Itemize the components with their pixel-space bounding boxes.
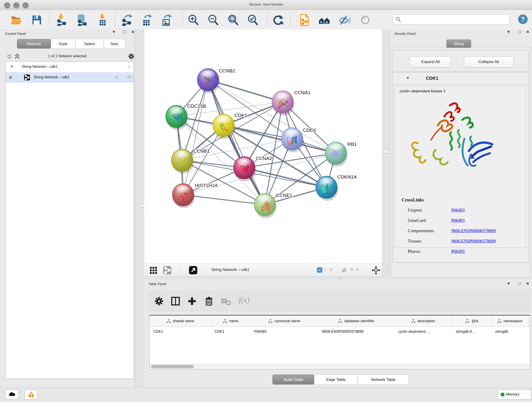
network-node-rb1[interactable]: RB1 [325, 141, 357, 167]
delete-column-icon[interactable] [204, 296, 214, 306]
tab-network[interactable]: Network [17, 39, 51, 49]
scrollbar-thumb[interactable] [151, 365, 194, 368]
tab-network-table[interactable]: Network Table [358, 375, 409, 385]
create-column-icon[interactable] [187, 296, 197, 306]
crosslink-link[interactable]: 9606.ENSP00000378699 [451, 239, 496, 244]
collection-expand-icon[interactable]: ▼ [10, 65, 13, 68]
zoom-selected-icon[interactable] [247, 14, 259, 26]
table-cell[interactable]: CDK1 [211, 327, 250, 337]
zoom-fit-icon[interactable] [227, 14, 239, 26]
import-network-icon[interactable] [56, 14, 67, 26]
grid-view-icon[interactable] [150, 267, 157, 274]
network-node-ccnb1[interactable]: CCNB1 [171, 148, 210, 174]
network-edge[interactable] [244, 168, 326, 187]
network-node-ccna1[interactable]: CCNA1 [272, 90, 310, 115]
search-input[interactable] [403, 16, 507, 23]
open-session-icon[interactable] [10, 14, 22, 26]
protein-section-header[interactable]: ▼ CDK1 [393, 73, 529, 85]
collapse-all-button[interactable]: Collapse All [464, 57, 513, 68]
network-node-ccnb2[interactable]: CCNB2 [197, 68, 235, 93]
refresh-layout-icon[interactable] [272, 14, 284, 26]
warning-button[interactable] [25, 389, 38, 400]
network-node-cdkn1a[interactable]: CDKN1A [316, 174, 357, 201]
right-splitter-handle[interactable] [384, 151, 388, 156]
show-columns-icon[interactable] [171, 296, 181, 306]
birdseye-view-icon[interactable] [189, 266, 197, 274]
crosslink-link[interactable]: P06493 [451, 249, 465, 254]
tab-node-table[interactable]: Node Table [272, 375, 314, 385]
table-panel-float-icon[interactable]: □ [518, 281, 520, 286]
expand-all-button[interactable]: Expand All [410, 57, 451, 68]
network-collection-row[interactable]: ▼ String Network – cdk1 1 [6, 62, 133, 72]
network-node-ccne1[interactable]: CCNE1 [254, 192, 292, 218]
column-header-canonical-name[interactable]: canonical name [250, 316, 318, 327]
hide-selected-icon[interactable] [339, 14, 351, 26]
export-image-icon[interactable] [160, 14, 172, 26]
section-collapse-icon[interactable]: ▼ [406, 76, 409, 80]
table-cell[interactable]: 9606.ENSP00000378699 [318, 327, 394, 337]
table-panel-menu-icon[interactable]: ▾ [507, 281, 510, 286]
table-gear-icon[interactable] [154, 296, 164, 306]
table-horizontal-scrollbar[interactable] [150, 364, 530, 369]
hidden-eye-icon[interactable] [341, 267, 348, 273]
column-header-name[interactable]: name [211, 316, 250, 327]
control-panel-menu-icon[interactable]: ▾ [113, 29, 115, 34]
toolbar-separator [49, 12, 50, 27]
table-panel-close-icon[interactable]: × [526, 281, 529, 286]
network-graph[interactable]: CCNB2CCNA1CDC25BCDK1CDC6RB1CCNB1CCNA2CDK… [144, 29, 382, 264]
protein-name: CDK1 [426, 76, 438, 81]
control-panel-float-icon[interactable]: □ [123, 29, 126, 34]
network-view-icon[interactable] [163, 266, 171, 274]
column-header-shared-name[interactable]: shared name [150, 316, 211, 327]
network-node-cdc6[interactable]: CDC6 [281, 128, 316, 153]
table-cell[interactable]: stringdb [491, 327, 528, 337]
help-icon[interactable]: ? [518, 14, 528, 24]
home-icon[interactable] [318, 14, 330, 26]
zoom-out-icon[interactable] [207, 14, 219, 26]
export-network-icon[interactable] [121, 14, 133, 26]
table-cell[interactable]: cyclin-dependent ... [394, 327, 452, 337]
network-node-ccna2[interactable]: CCNA2 [234, 156, 272, 181]
column-header-description[interactable]: description [394, 316, 452, 327]
crosslink-link[interactable]: 9606.ENSP00000378699 [451, 228, 496, 233]
toolbar-separator [114, 12, 115, 27]
show-all-icon[interactable] [359, 14, 371, 26]
results-panel-menu-icon[interactable]: ▾ [507, 29, 510, 34]
selected-checkbox[interactable]: ✓ [317, 267, 322, 273]
column-header--id[interactable]: @id [452, 316, 491, 327]
tab-sets[interactable]: Sets [104, 39, 125, 49]
tab-style[interactable]: Style [51, 39, 75, 49]
crosslink-link[interactable]: P06493 [451, 218, 465, 223]
share-document-icon[interactable] [298, 14, 310, 26]
import-table-icon[interactable] [97, 14, 109, 26]
table-cell[interactable]: P06493 [250, 327, 318, 337]
column-header-namespace[interactable]: namespace [491, 316, 528, 327]
table-cell[interactable]: CDK1 [150, 327, 211, 337]
crosslink-link[interactable]: P06493 [451, 208, 465, 213]
network-view-canvas[interactable]: CCNB2CCNA1CDC25BCDK1CDC6RB1CCNB1CCNA2CDK… [144, 29, 382, 264]
network-edge[interactable] [183, 195, 265, 205]
gear-icon[interactable] [128, 53, 135, 60]
control-panel-close-icon[interactable]: × [132, 29, 134, 34]
import-database-icon[interactable] [76, 14, 88, 26]
tab-string[interactable]: String [446, 39, 471, 48]
results-panel-float-icon[interactable]: □ [518, 29, 520, 34]
results-panel-close-icon[interactable]: × [526, 29, 529, 34]
table-row[interactable]: CDK1CDK1P064939606.ENSP00000378699cyclin… [150, 327, 530, 337]
tab-edge-table[interactable]: Edge Table [314, 375, 358, 385]
column-header-database-identifier[interactable]: database identifier [318, 316, 394, 327]
left-splitter[interactable] [135, 29, 145, 387]
cloud-button[interactable] [5, 389, 19, 400]
export-table-icon[interactable] [141, 14, 152, 26]
table-cell[interactable]: stringdb:9... [452, 327, 491, 337]
memory-button[interactable]: Memory [498, 389, 531, 400]
network-node-hist1h1a[interactable]: HIST1H1A [172, 183, 218, 208]
network-row[interactable]: String Network – cdk1 11 48 [6, 72, 133, 83]
protein-details: cyclin–dependent kinase 1 [395, 86, 526, 248]
network-tree: ▼ String Network – cdk1 1 String Network… [6, 61, 134, 379]
tab-select[interactable]: Select [75, 39, 104, 49]
zoom-in-icon[interactable] [187, 14, 199, 26]
left-splitter-handle[interactable] [140, 205, 145, 211]
save-session-icon[interactable] [31, 14, 43, 26]
fit-content-crosshair-icon[interactable] [372, 266, 380, 274]
